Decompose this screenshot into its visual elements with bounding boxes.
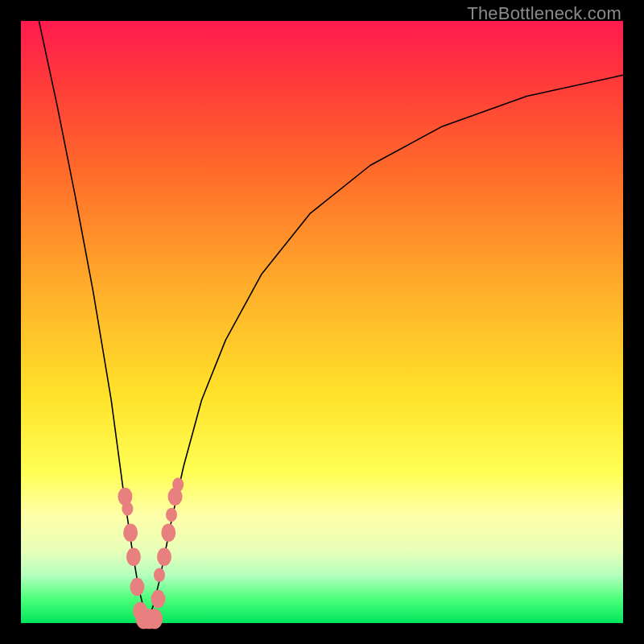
scatter-dots (118, 477, 184, 629)
scatter-dot (161, 524, 175, 543)
scatter-dot (130, 578, 144, 597)
scatter-dot (157, 547, 171, 566)
scatter-dot (172, 477, 184, 492)
scatter-dot (126, 547, 141, 566)
chart-frame: TheBottleneck.com (0, 0, 644, 644)
scatter-dot (122, 502, 133, 516)
scatter-dot (166, 508, 177, 522)
watermark-text: TheBottleneck.com (467, 3, 621, 24)
scatter-dot (123, 524, 138, 543)
scatter-dot (154, 568, 165, 582)
chart-svg (21, 21, 623, 623)
scatter-dot (147, 609, 163, 629)
scatter-dot (151, 590, 166, 609)
plot-area (21, 21, 623, 623)
